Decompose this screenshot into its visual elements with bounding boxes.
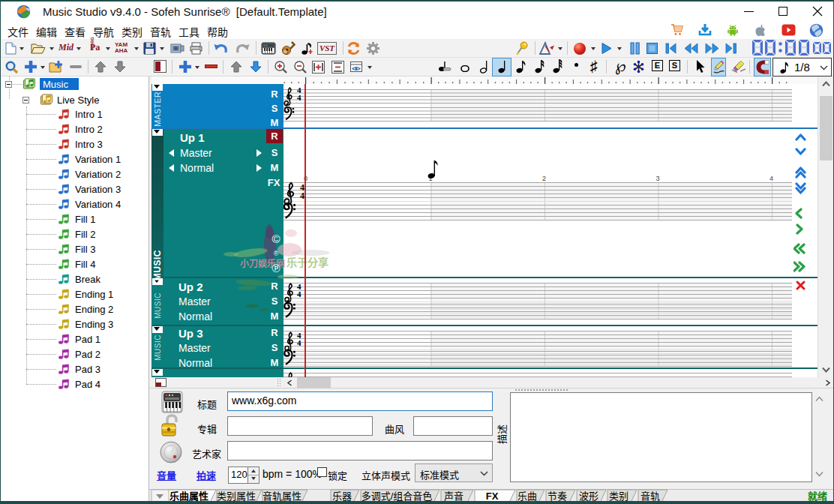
svg-text:音轨: 音轨 [640, 490, 660, 502]
svg-text:声音: 声音 [444, 490, 464, 502]
svg-text:多调式/组合音色: 多调式/组合音色 [362, 490, 433, 502]
svg-text:乐曲: 乐曲 [518, 490, 537, 502]
svg-text:节奏: 节奏 [548, 490, 567, 502]
svg-text:FX: FX [486, 490, 499, 502]
svg-text:类别: 类别 [609, 490, 628, 502]
svg-text:4: 4 [297, 338, 302, 347]
svg-text:就绪: 就绪 [808, 490, 827, 502]
svg-text:音轨属性: 音轨属性 [262, 490, 302, 502]
svg-text:类别属性: 类别属性 [217, 490, 256, 502]
svg-text:乐器: 乐器 [332, 490, 352, 502]
svg-text:波形: 波形 [579, 490, 598, 502]
svg-text:4: 4 [297, 93, 302, 102]
svg-text:乐曲属性: 乐曲属性 [170, 490, 208, 502]
